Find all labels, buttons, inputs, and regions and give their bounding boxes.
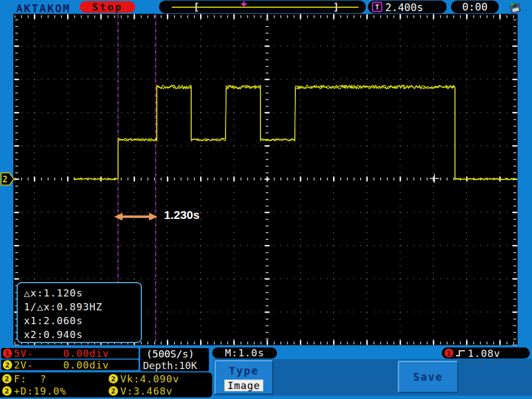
meas-ch-badge: 2 [109,386,118,396]
ch1-offset: 0.00div [63,347,109,359]
view-window-right-bracket: ] [333,1,339,13]
measurement-vk: 2 Vk:4.090v [109,373,212,385]
save-button-label: Save [413,371,443,383]
trigger-level-readout: 1 1.08v [442,347,530,359]
measurement-panel: 2 F: ? 2 Vk:4.090v 2 +D:19.0% 2 V:3.468v [0,372,212,397]
meas-ch-badge: 2 [2,374,12,383]
ch2-offset: 0.00div [63,359,109,371]
usb-disk-icon [506,1,524,14]
type-button-label: Type [216,365,272,377]
clock-readout: 0:00 [451,1,499,13]
type-button[interactable]: Type Image [214,360,273,395]
cursor-dx-readout: △x:1.120s [24,286,141,300]
trigger-time-readout: T 2.400s [368,1,447,13]
record-position-indicator: [ ] [159,1,366,13]
trigger-time-value: 2.400s [385,1,423,13]
cursor-freq-readout: 1/△x:0.893HZ [24,300,141,314]
cursor-delta-annotation: 1.230s [164,208,200,222]
record-length-line [172,7,359,8]
ch1-badge: 1 [3,349,12,358]
trigger-time-icon: T [372,2,382,12]
view-window-left-bracket: [ [193,1,200,13]
type-button-value: Image [224,380,263,391]
sample-rate: (500S/s) [143,348,209,360]
timebase-readout: M:1.0s [212,347,277,359]
ch2-zero-marker[interactable]: 2 [1,173,14,185]
ch2-scale: 2V- [14,359,34,371]
cursor-x2-readout: x2:0.940s [24,328,141,341]
acquisition-panel: (500S/s) Depth:10K [140,348,209,371]
rising-edge-icon [455,349,466,357]
measurement-duty: 2 +D:19.0% [2,385,109,397]
trigger-position-marker-icon[interactable] [241,1,247,7]
svg-text:2: 2 [2,175,7,185]
memory-depth: Depth:10K [143,360,209,371]
ch1-scale: 5V- [14,347,34,359]
ch2-badge: 2 [3,360,12,370]
run-state-label: Stop [92,1,122,13]
trigger-source-badge: 1 [444,349,453,357]
ch1-status-bar: 1 5V- 0.00div [1,348,139,359]
measurement-frequency: 2 F: ? [2,373,109,385]
meas-ch-badge: 2 [2,386,12,396]
save-button[interactable]: Save [398,361,458,393]
soft-menu-bar: Type Image Save [213,359,532,396]
ch2-status-bar: 2 2V- 0.00div [1,360,139,370]
measurement-v: 2 V:3.468v [109,385,212,397]
run-state-button[interactable]: Stop [80,1,135,13]
oscilloscope-ui: { "brand": "AKTAKOM", "top_bar": { "run_… [0,0,532,399]
meas-ch-badge: 2 [109,374,118,383]
trigger-level-value: 1.08v [468,347,500,359]
cursor-x1-readout: x1:2.060s [24,314,141,328]
cursor-readout-box: △x:1.120s 1/△x:0.893HZ x1:2.060s x2:0.94… [17,282,142,343]
